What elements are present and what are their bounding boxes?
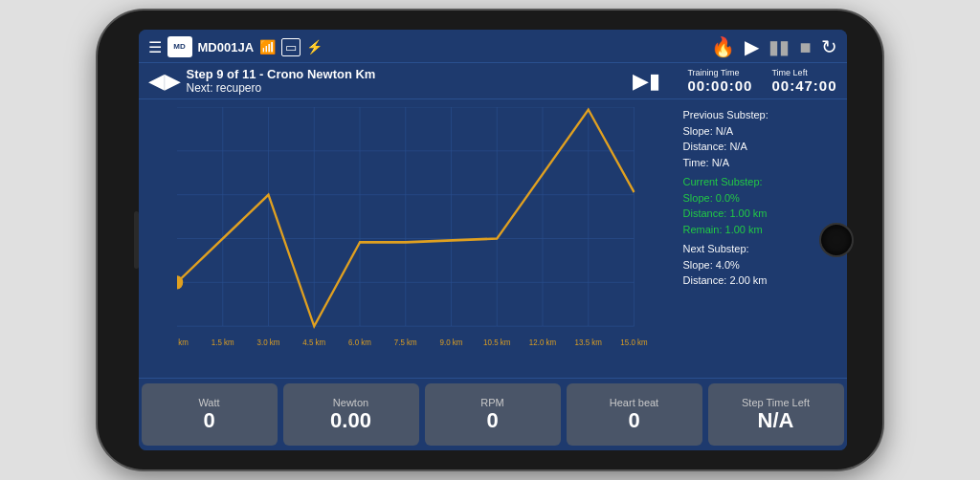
- training-time-block: Training Time 00:00:00: [687, 68, 752, 94]
- step-info: Step 9 of 11 - Crono Newton Km Next: rec…: [187, 67, 376, 95]
- logo-text: MD: [173, 43, 185, 51]
- skip-back-icon[interactable]: ◀▶: [148, 69, 181, 94]
- device-id: MD001JA: [198, 40, 255, 55]
- training-time-value: 00:00:00: [687, 77, 752, 94]
- svg-text:7.5 km: 7.5 km: [393, 337, 416, 347]
- time-left-value: 00:47:00: [771, 77, 836, 94]
- metric-watt-label: Watt: [198, 397, 219, 408]
- previous-substep-section: Previous Substep: Slope: N/A Distance: N…: [683, 107, 839, 170]
- logo-box: MD: [167, 36, 192, 57]
- pause-button[interactable]: ▮▮: [768, 35, 790, 58]
- svg-text:3.0 km: 3.0 km: [256, 337, 279, 347]
- prev-slope: Slope: N/A: [683, 123, 839, 140]
- step-bar-right: ▶▮ Training Time 00:00:00 Time Left 00:4…: [633, 68, 836, 94]
- training-time-label: Training Time: [687, 68, 739, 77]
- metric-heartbeat-value: 0: [628, 408, 639, 433]
- current-substep-section: Current Substep: Slope: 0.0% Distance: 1…: [683, 174, 839, 237]
- time-left-block: Time Left 00:47:00: [771, 68, 836, 94]
- skip-forward-icon[interactable]: ▶▮: [633, 69, 660, 94]
- metric-watt-value: 0: [203, 408, 214, 433]
- metric-step-time-left[interactable]: Step Time Left N/A: [708, 383, 844, 446]
- metric-step-time-left-label: Step Time Left: [742, 397, 810, 408]
- svg-text:15.0 km: 15.0 km: [620, 337, 647, 347]
- main-content: 159.5 119.6 79.7 39.8 -0.1 -40.0 0.0 km …: [139, 99, 847, 378]
- metric-heartbeat-label: Heart beat: [610, 397, 658, 408]
- svg-text:0.0 km: 0.0 km: [177, 337, 189, 347]
- next-substep-section: Next Substep: Slope: 4.0% Distance: 2.00…: [683, 241, 839, 289]
- curr-slope: Slope: 0.0%: [683, 190, 839, 207]
- svg-text:4.5 km: 4.5 km: [302, 337, 325, 347]
- previous-substep-label: Previous Substep:: [683, 107, 839, 123]
- svg-text:10.5 km: 10.5 km: [483, 337, 510, 347]
- step-bar-left: ◀▶ Step 9 of 11 - Crono Newton Km Next: …: [148, 67, 634, 95]
- svg-text:12.0 km: 12.0 km: [528, 337, 555, 347]
- flame-icon: 🔥: [711, 35, 735, 58]
- chart-svg: 159.5 119.6 79.7 39.8 -0.1 -40.0 0.0 km …: [177, 107, 678, 370]
- svg-text:1.5 km: 1.5 km: [211, 337, 234, 347]
- front-camera: [819, 223, 854, 257]
- prev-time: Time: N/A: [683, 155, 839, 171]
- metric-step-time-left-value: N/A: [758, 408, 794, 433]
- step-title: Step 9 of 11 - Crono Newton Km: [187, 67, 376, 81]
- wifi-icon: 📶: [259, 39, 276, 55]
- next-slope: Slope: 4.0%: [683, 257, 839, 273]
- time-left-label: Time Left: [771, 68, 807, 77]
- battery-icon: ▭: [281, 38, 301, 56]
- metric-rpm-label: RPM: [480, 397, 503, 408]
- play-button[interactable]: ▶: [745, 35, 759, 58]
- metric-rpm-value: 0: [486, 408, 498, 433]
- phone-frame: ☰ MD MD001JA 📶 ▭ ⚡ 🔥 ▶ ▮▮ ■ ↻ ◀▶: [98, 11, 882, 469]
- svg-text:13.5 km: 13.5 km: [574, 337, 601, 347]
- top-bar-right: 🔥 ▶ ▮▮ ■ ↻: [711, 35, 836, 58]
- top-bar-left: ☰ MD MD001JA 📶 ▭ ⚡: [148, 36, 323, 57]
- metric-watt[interactable]: Watt 0: [142, 383, 278, 446]
- svg-text:6.0 km: 6.0 km: [348, 337, 371, 347]
- step-next: Next: recupero: [187, 81, 376, 95]
- metric-rpm[interactable]: RPM 0: [425, 383, 561, 446]
- top-bar: ☰ MD MD001JA 📶 ▭ ⚡ 🔥 ▶ ▮▮ ■ ↻: [139, 30, 847, 63]
- stop-button[interactable]: ■: [799, 36, 811, 58]
- hamburger-icon[interactable]: ☰: [148, 38, 162, 56]
- curr-remain: Remain: 1.00 km: [683, 222, 839, 238]
- curr-distance: Distance: 1.00 km: [683, 206, 839, 222]
- phone-screen: ☰ MD MD001JA 📶 ▭ ⚡ 🔥 ▶ ▮▮ ■ ↻ ◀▶: [139, 30, 847, 450]
- next-substep-label: Next Substep:: [683, 241, 839, 257]
- metric-heartbeat[interactable]: Heart beat 0: [567, 383, 702, 446]
- lightning-icon: ⚡: [306, 39, 323, 55]
- next-distance: Distance: 2.00 km: [683, 273, 839, 289]
- metric-newton-value: 0.00: [330, 408, 371, 433]
- chart-area: 159.5 119.6 79.7 39.8 -0.1 -40.0 0.0 km …: [139, 99, 679, 378]
- step-bar: ◀▶ Step 9 of 11 - Crono Newton Km Next: …: [139, 63, 847, 99]
- current-substep-label: Current Substep:: [683, 174, 839, 190]
- prev-distance: Distance: N/A: [683, 139, 839, 155]
- metric-newton-label: Newton: [333, 397, 368, 408]
- refresh-button[interactable]: ↻: [821, 35, 837, 58]
- metric-newton[interactable]: Newton 0.00: [283, 383, 419, 446]
- bottom-metrics: Watt 0 Newton 0.00 RPM 0 Heart beat 0 St…: [139, 378, 847, 450]
- svg-text:9.0 km: 9.0 km: [439, 337, 462, 347]
